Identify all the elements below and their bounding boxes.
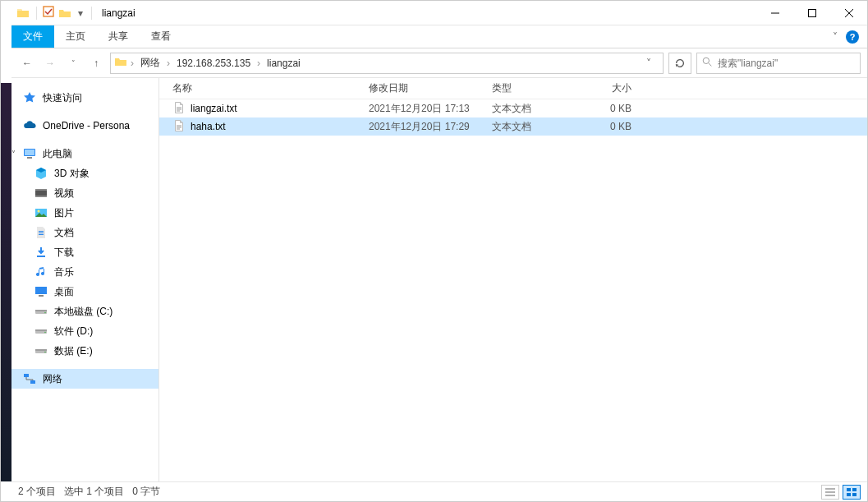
ribbon-tab-view[interactable]: 查看	[140, 25, 182, 48]
address-bar[interactable]: › 网络 › 192.168.253.135 › liangzai ˅	[110, 53, 664, 74]
sidebar-item-label: 视频	[54, 187, 74, 200]
qat-checkbox-icon[interactable]	[42, 5, 55, 21]
sidebar-item-label: 本地磁盘 (C:)	[54, 305, 113, 319]
svg-point-26	[44, 352, 46, 353]
svg-rect-12	[35, 196, 47, 197]
chevron-right-icon[interactable]: ›	[165, 58, 172, 69]
sidebar-onedrive[interactable]: OneDrive - Persona	[11, 116, 158, 136]
column-name[interactable]: 名称	[159, 81, 369, 95]
column-type[interactable]: 类型	[492, 81, 582, 95]
file-name: liangzai.txt	[191, 103, 237, 114]
address-folder-icon	[114, 55, 127, 71]
svg-rect-0	[44, 7, 53, 16]
sidebar-item[interactable]: 数据 (E:)	[11, 341, 158, 361]
file-size: 0 KB	[582, 121, 640, 132]
search-icon	[702, 57, 713, 70]
chevron-right-icon[interactable]: ›	[129, 58, 135, 69]
svg-rect-22	[35, 329, 47, 331]
svg-rect-34	[847, 493, 851, 496]
sidebar-item-label: 网络	[43, 372, 62, 386]
sidebar: 快速访问 OneDrive - Persona ˅ 此电脑 3D 对象视频图片文…	[11, 78, 159, 481]
minimize-button[interactable]	[756, 1, 793, 25]
file-type: 文本文档	[492, 120, 582, 134]
svg-rect-17	[39, 295, 44, 297]
svg-rect-33	[852, 488, 857, 491]
sidebar-item-label: 此电脑	[43, 147, 72, 161]
nav-back-button[interactable]: ←	[18, 54, 36, 72]
sidebar-item[interactable]: 下载	[11, 242, 158, 262]
qat-folder-icon[interactable]	[57, 5, 73, 21]
help-icon[interactable]: ?	[846, 30, 859, 44]
ribbon-tab-home[interactable]: 主页	[54, 25, 97, 48]
column-date[interactable]: 修改日期	[369, 81, 492, 95]
sidebar-item[interactable]: 视频	[11, 183, 158, 203]
ribbon-tab-share[interactable]: 共享	[97, 25, 140, 48]
file-row[interactable]: haha.txt2021年12月20日 17:29文本文档0 KB	[159, 117, 867, 136]
svg-rect-25	[35, 349, 47, 351]
pictures-icon	[34, 206, 48, 219]
ribbon-file-tab[interactable]: 文件	[11, 25, 54, 48]
desktop-icon	[34, 285, 48, 298]
network-icon	[23, 372, 36, 385]
nav-history-dropdown[interactable]: ˅	[64, 54, 82, 72]
svg-point-5	[703, 58, 709, 63]
ribbon-expand-icon[interactable]: ˅	[833, 31, 838, 43]
sidebar-item-label: OneDrive - Persona	[43, 120, 130, 131]
maximize-button[interactable]	[793, 1, 830, 25]
qat-overflow-icon[interactable]: ▾	[75, 7, 86, 19]
star-icon	[23, 91, 36, 104]
file-row[interactable]: liangzai.txt2021年12月20日 17:13文本文档0 KB	[159, 99, 867, 117]
sidebar-item[interactable]: 本地磁盘 (C:)	[11, 302, 158, 321]
svg-rect-28	[30, 380, 35, 384]
chevron-right-icon[interactable]: ›	[255, 58, 262, 69]
drive-icon	[34, 344, 48, 357]
sidebar-item[interactable]: 文档	[11, 223, 158, 242]
nav-forward-button[interactable]: →	[41, 54, 59, 72]
status-count: 2 个项目	[18, 485, 56, 499]
sidebar-item[interactable]: 3D 对象	[11, 163, 158, 183]
sidebar-item[interactable]: 图片	[11, 203, 158, 223]
refresh-button[interactable]	[668, 53, 691, 74]
close-button[interactable]	[830, 1, 867, 25]
crumb-network[interactable]: 网络	[137, 56, 163, 70]
sidebar-this-pc[interactable]: ˅ 此电脑	[11, 144, 158, 163]
svg-rect-9	[27, 157, 32, 159]
music-icon	[34, 265, 48, 279]
drive-icon	[34, 305, 48, 318]
nav-up-button[interactable]: ↑	[87, 54, 105, 72]
svg-rect-32	[847, 488, 851, 491]
sidebar-item[interactable]: 桌面	[11, 282, 158, 302]
svg-rect-35	[852, 493, 857, 496]
sidebar-item[interactable]: 音乐	[11, 262, 158, 282]
titlebar: ▾ liangzai	[11, 1, 867, 25]
sidebar-item-label: 3D 对象	[54, 167, 90, 181]
search-box[interactable]	[696, 53, 861, 74]
svg-rect-27	[24, 374, 29, 377]
search-input[interactable]	[718, 58, 855, 69]
address-dropdown-icon[interactable]: ˅	[641, 58, 656, 69]
cloud-icon	[23, 119, 36, 132]
view-details-button[interactable]	[821, 485, 839, 500]
crumb-host[interactable]: 192.168.253.135	[173, 58, 254, 69]
sidebar-item-label: 图片	[54, 206, 74, 220]
file-type: 文本文档	[492, 102, 582, 116]
sidebar-item-label: 软件 (D:)	[54, 325, 93, 339]
file-date: 2021年12月20日 17:13	[369, 102, 492, 116]
folder-app-icon	[15, 5, 31, 21]
file-date: 2021年12月20日 17:29	[369, 120, 492, 134]
expand-icon[interactable]: ˅	[11, 150, 20, 159]
sidebar-quick-access[interactable]: 快速访问	[11, 88, 158, 108]
svg-rect-16	[35, 287, 47, 294]
3d-icon	[34, 167, 48, 180]
column-size[interactable]: 大小	[582, 81, 640, 95]
file-name: haha.txt	[191, 121, 226, 132]
svg-rect-19	[35, 310, 47, 311]
column-headers: 名称 修改日期 类型 大小	[159, 78, 867, 99]
downloads-icon	[34, 246, 48, 259]
sidebar-network[interactable]: 网络	[11, 369, 158, 389]
ribbon: 文件 主页 共享 查看 ˅ ?	[11, 25, 867, 48]
navbar: ← → ˅ ↑ › 网络 › 192.168.253.135 › liangza…	[11, 48, 867, 78]
view-thumbnails-button[interactable]	[843, 485, 861, 500]
sidebar-item[interactable]: 软件 (D:)	[11, 321, 158, 341]
crumb-folder[interactable]: liangzai	[264, 58, 304, 69]
